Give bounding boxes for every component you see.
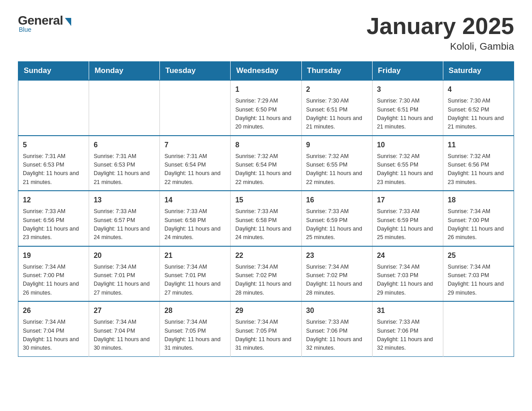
day-number: 4 bbox=[448, 84, 509, 95]
logo-blue-text: Blue bbox=[19, 26, 31, 33]
calendar-cell: 21Sunrise: 7:34 AM Sunset: 7:01 PM Dayli… bbox=[160, 246, 231, 302]
calendar-title: January 2025 bbox=[366, 13, 514, 39]
calendar-cell: 10Sunrise: 7:32 AM Sunset: 6:55 PM Dayli… bbox=[372, 136, 443, 191]
day-number: 19 bbox=[23, 250, 84, 261]
day-number: 23 bbox=[306, 250, 368, 261]
calendar-cell bbox=[443, 301, 514, 356]
day-info: Sunrise: 7:34 AM Sunset: 7:00 PM Dayligh… bbox=[448, 207, 509, 242]
calendar-cell: 31Sunrise: 7:33 AM Sunset: 7:06 PM Dayli… bbox=[372, 301, 443, 356]
day-number: 3 bbox=[377, 84, 438, 95]
calendar-cell: 13Sunrise: 7:33 AM Sunset: 6:57 PM Dayli… bbox=[89, 191, 160, 246]
day-number: 16 bbox=[306, 195, 368, 206]
calendar-cell: 11Sunrise: 7:32 AM Sunset: 6:56 PM Dayli… bbox=[443, 136, 514, 191]
calendar-cell: 8Sunrise: 7:32 AM Sunset: 6:54 PM Daylig… bbox=[231, 136, 301, 191]
day-info: Sunrise: 7:33 AM Sunset: 7:06 PM Dayligh… bbox=[377, 318, 438, 353]
calendar-cell: 18Sunrise: 7:34 AM Sunset: 7:00 PM Dayli… bbox=[443, 191, 514, 246]
calendar-week-row: 26Sunrise: 7:34 AM Sunset: 7:04 PM Dayli… bbox=[18, 301, 514, 356]
day-number: 21 bbox=[164, 250, 226, 261]
day-info: Sunrise: 7:34 AM Sunset: 7:05 PM Dayligh… bbox=[164, 318, 226, 353]
day-info: Sunrise: 7:33 AM Sunset: 7:06 PM Dayligh… bbox=[306, 318, 368, 353]
day-info: Sunrise: 7:32 AM Sunset: 6:54 PM Dayligh… bbox=[235, 152, 296, 187]
header: General Blue January 2025 Kololi, Gambia bbox=[18, 13, 514, 52]
day-number: 9 bbox=[306, 140, 368, 150]
calendar-cell: 23Sunrise: 7:34 AM Sunset: 7:02 PM Dayli… bbox=[301, 246, 372, 302]
weekday-header-tuesday: Tuesday bbox=[160, 62, 231, 81]
day-number: 17 bbox=[377, 195, 438, 206]
day-number: 13 bbox=[94, 195, 155, 206]
day-number: 15 bbox=[235, 195, 296, 206]
calendar-cell: 12Sunrise: 7:33 AM Sunset: 6:56 PM Dayli… bbox=[18, 191, 89, 246]
calendar-cell: 2Sunrise: 7:30 AM Sunset: 6:51 PM Daylig… bbox=[301, 80, 372, 136]
day-info: Sunrise: 7:33 AM Sunset: 6:59 PM Dayligh… bbox=[306, 207, 368, 242]
day-number: 26 bbox=[23, 305, 84, 316]
day-info: Sunrise: 7:34 AM Sunset: 7:01 PM Dayligh… bbox=[94, 263, 155, 298]
day-number: 6 bbox=[94, 140, 155, 150]
day-number: 20 bbox=[94, 250, 155, 261]
calendar-cell bbox=[89, 80, 160, 136]
day-number: 2 bbox=[306, 84, 368, 95]
calendar-cell: 17Sunrise: 7:33 AM Sunset: 6:59 PM Dayli… bbox=[372, 191, 443, 246]
calendar-cell bbox=[18, 80, 89, 136]
calendar-cell: 5Sunrise: 7:31 AM Sunset: 6:53 PM Daylig… bbox=[18, 136, 89, 191]
day-info: Sunrise: 7:33 AM Sunset: 6:57 PM Dayligh… bbox=[94, 207, 155, 242]
day-info: Sunrise: 7:34 AM Sunset: 7:05 PM Dayligh… bbox=[235, 318, 296, 353]
calendar-week-row: 5Sunrise: 7:31 AM Sunset: 6:53 PM Daylig… bbox=[18, 136, 514, 191]
day-info: Sunrise: 7:29 AM Sunset: 6:50 PM Dayligh… bbox=[235, 97, 296, 132]
calendar-cell: 22Sunrise: 7:34 AM Sunset: 7:02 PM Dayli… bbox=[231, 246, 301, 302]
calendar-table: SundayMondayTuesdayWednesdayThursdayFrid… bbox=[18, 61, 514, 357]
calendar-cell: 15Sunrise: 7:33 AM Sunset: 6:58 PM Dayli… bbox=[231, 191, 301, 246]
calendar-cell: 27Sunrise: 7:34 AM Sunset: 7:04 PM Dayli… bbox=[89, 301, 160, 356]
day-info: Sunrise: 7:31 AM Sunset: 6:53 PM Dayligh… bbox=[94, 152, 155, 187]
day-number: 18 bbox=[448, 195, 509, 206]
logo-arrow-icon bbox=[65, 18, 71, 26]
day-info: Sunrise: 7:32 AM Sunset: 6:55 PM Dayligh… bbox=[306, 152, 368, 187]
day-number: 14 bbox=[164, 195, 226, 206]
calendar-week-row: 19Sunrise: 7:34 AM Sunset: 7:00 PM Dayli… bbox=[18, 246, 514, 302]
calendar-cell: 7Sunrise: 7:31 AM Sunset: 6:54 PM Daylig… bbox=[160, 136, 231, 191]
day-number: 8 bbox=[235, 140, 296, 150]
day-info: Sunrise: 7:34 AM Sunset: 7:02 PM Dayligh… bbox=[306, 263, 368, 298]
day-info: Sunrise: 7:33 AM Sunset: 6:58 PM Dayligh… bbox=[164, 207, 226, 242]
day-info: Sunrise: 7:34 AM Sunset: 7:04 PM Dayligh… bbox=[94, 318, 155, 353]
calendar-cell: 14Sunrise: 7:33 AM Sunset: 6:58 PM Dayli… bbox=[160, 191, 231, 246]
day-number: 1 bbox=[235, 84, 296, 95]
calendar-cell: 3Sunrise: 7:30 AM Sunset: 6:51 PM Daylig… bbox=[372, 80, 443, 136]
day-info: Sunrise: 7:33 AM Sunset: 6:58 PM Dayligh… bbox=[235, 207, 296, 242]
calendar-cell: 16Sunrise: 7:33 AM Sunset: 6:59 PM Dayli… bbox=[301, 191, 372, 246]
day-info: Sunrise: 7:34 AM Sunset: 7:03 PM Dayligh… bbox=[377, 263, 438, 298]
day-number: 30 bbox=[306, 305, 368, 316]
weekday-header-wednesday: Wednesday bbox=[231, 62, 301, 81]
calendar-cell: 4Sunrise: 7:30 AM Sunset: 6:52 PM Daylig… bbox=[443, 80, 514, 136]
calendar-cell: 29Sunrise: 7:34 AM Sunset: 7:05 PM Dayli… bbox=[231, 301, 301, 356]
weekday-header-row: SundayMondayTuesdayWednesdayThursdayFrid… bbox=[18, 62, 514, 81]
calendar-cell: 28Sunrise: 7:34 AM Sunset: 7:05 PM Dayli… bbox=[160, 301, 231, 356]
day-info: Sunrise: 7:34 AM Sunset: 7:04 PM Dayligh… bbox=[23, 318, 84, 353]
day-number: 29 bbox=[235, 305, 296, 316]
day-info: Sunrise: 7:34 AM Sunset: 7:03 PM Dayligh… bbox=[448, 263, 509, 298]
title-block: January 2025 Kololi, Gambia bbox=[366, 13, 514, 52]
day-number: 7 bbox=[164, 140, 226, 150]
calendar-cell: 19Sunrise: 7:34 AM Sunset: 7:00 PM Dayli… bbox=[18, 246, 89, 302]
day-number: 10 bbox=[377, 140, 438, 150]
calendar-week-row: 1Sunrise: 7:29 AM Sunset: 6:50 PM Daylig… bbox=[18, 80, 514, 136]
day-info: Sunrise: 7:32 AM Sunset: 6:56 PM Dayligh… bbox=[448, 152, 509, 187]
day-info: Sunrise: 7:33 AM Sunset: 6:59 PM Dayligh… bbox=[377, 207, 438, 242]
weekday-header-saturday: Saturday bbox=[443, 62, 514, 81]
day-info: Sunrise: 7:31 AM Sunset: 6:53 PM Dayligh… bbox=[23, 152, 84, 187]
logo: General Blue bbox=[18, 13, 71, 33]
day-info: Sunrise: 7:30 AM Sunset: 6:51 PM Dayligh… bbox=[306, 97, 368, 132]
day-info: Sunrise: 7:33 AM Sunset: 6:56 PM Dayligh… bbox=[23, 207, 84, 242]
calendar-cell: 1Sunrise: 7:29 AM Sunset: 6:50 PM Daylig… bbox=[231, 80, 301, 136]
day-info: Sunrise: 7:31 AM Sunset: 6:54 PM Dayligh… bbox=[164, 152, 226, 187]
calendar-cell bbox=[160, 80, 231, 136]
calendar-cell: 9Sunrise: 7:32 AM Sunset: 6:55 PM Daylig… bbox=[301, 136, 372, 191]
calendar-subtitle: Kololi, Gambia bbox=[366, 41, 514, 52]
day-number: 27 bbox=[94, 305, 155, 316]
calendar-cell: 6Sunrise: 7:31 AM Sunset: 6:53 PM Daylig… bbox=[89, 136, 160, 191]
weekday-header-thursday: Thursday bbox=[301, 62, 372, 81]
day-number: 22 bbox=[235, 250, 296, 261]
calendar-cell: 24Sunrise: 7:34 AM Sunset: 7:03 PM Dayli… bbox=[372, 246, 443, 302]
day-info: Sunrise: 7:30 AM Sunset: 6:52 PM Dayligh… bbox=[448, 97, 509, 132]
day-info: Sunrise: 7:34 AM Sunset: 7:00 PM Dayligh… bbox=[23, 263, 84, 298]
day-number: 5 bbox=[23, 140, 84, 150]
